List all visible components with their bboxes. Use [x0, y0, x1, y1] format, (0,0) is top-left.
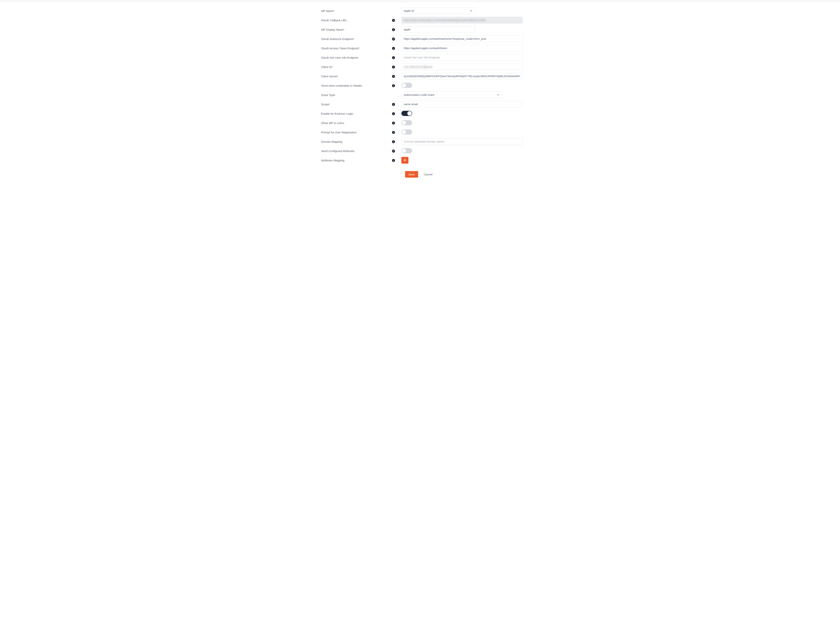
oauth-callback-readonly: https://auth.miniorange.com/moas/broker/…	[401, 17, 523, 23]
client-id-input[interactable]: com.client.id.configured	[401, 64, 523, 70]
info-icon[interactable]: i	[392, 38, 395, 41]
oauth-authorize-label: OAuth Authorize Endpoint*	[321, 37, 392, 41]
scope-input[interactable]	[401, 101, 523, 108]
send-attrs-toggle[interactable]	[401, 148, 412, 153]
top-divider	[0, 0, 840, 2]
prompt-reg-label: Prompt for User Registration	[321, 131, 392, 134]
client-secret-input[interactable]	[401, 73, 523, 80]
attr-mapping-label: Attributes Mapping	[321, 159, 392, 162]
grant-type-label: Grant Type:	[321, 94, 392, 97]
info-icon[interactable]: i	[392, 84, 395, 87]
oauth-callback-label: OAuth Callback URL :	[321, 19, 392, 22]
info-icon[interactable]: i	[392, 103, 395, 106]
send-client-creds-toggle[interactable]	[401, 83, 412, 88]
idp-display-name-label: IdP Display Name*	[321, 28, 392, 31]
idp-name-select[interactable]: Apple ID	[401, 7, 475, 14]
add-attribute-button[interactable]: +	[401, 157, 408, 164]
info-icon[interactable]: i	[392, 140, 395, 143]
info-icon[interactable]: i	[392, 159, 395, 162]
domain-mapping-input[interactable]	[401, 138, 523, 145]
idp-display-name-input[interactable]	[401, 26, 475, 33]
grant-type-select[interactable]: Authorization Code Grant	[401, 92, 502, 98]
show-idp-label: Show IdP to Users	[321, 122, 392, 125]
client-id-label: Client ID*	[321, 66, 392, 69]
oauth-userinfo-input[interactable]	[401, 54, 523, 61]
send-attrs-label: Send Configured Attributes	[321, 150, 392, 153]
domain-mapping-label: Domain Mapping	[321, 140, 392, 143]
oauth-authorize-input[interactable]	[401, 36, 523, 42]
idp-config-form: IdP Name* Apple ID OAuth Callback URL : …	[310, 2, 530, 185]
client-secret-label: Client Secret*	[321, 75, 392, 78]
info-icon[interactable]: i	[392, 28, 395, 31]
idp-name-label: IdP Name*	[321, 9, 392, 13]
info-icon[interactable]: i	[392, 47, 395, 50]
oauth-access-token-label: OAuth Access Token Endpoint*	[321, 47, 392, 50]
cancel-button[interactable]: Cancel	[422, 172, 434, 176]
oauth-access-token-input[interactable]	[401, 45, 523, 51]
info-icon[interactable]: i	[392, 112, 395, 115]
plus-icon: +	[404, 158, 406, 162]
save-button[interactable]: Save	[405, 171, 418, 177]
prompt-reg-toggle[interactable]	[401, 130, 412, 135]
send-client-creds-label: Send client credentials in Header	[321, 84, 392, 87]
oauth-userinfo-label: OAuth Get User Info Endpoint	[321, 56, 392, 59]
enable-enduser-toggle[interactable]	[401, 111, 412, 116]
enable-enduser-label: Enable for EndUser Login	[321, 112, 392, 115]
info-icon[interactable]: i	[392, 66, 395, 69]
scope-label: Scope*	[321, 103, 392, 106]
info-icon[interactable]: i	[392, 122, 395, 125]
info-icon[interactable]: i	[392, 19, 395, 22]
info-icon[interactable]: i	[392, 131, 395, 134]
show-idp-toggle[interactable]	[401, 120, 412, 125]
info-icon[interactable]: i	[392, 56, 395, 59]
info-icon[interactable]: i	[392, 150, 395, 153]
info-icon[interactable]: i	[392, 75, 395, 78]
